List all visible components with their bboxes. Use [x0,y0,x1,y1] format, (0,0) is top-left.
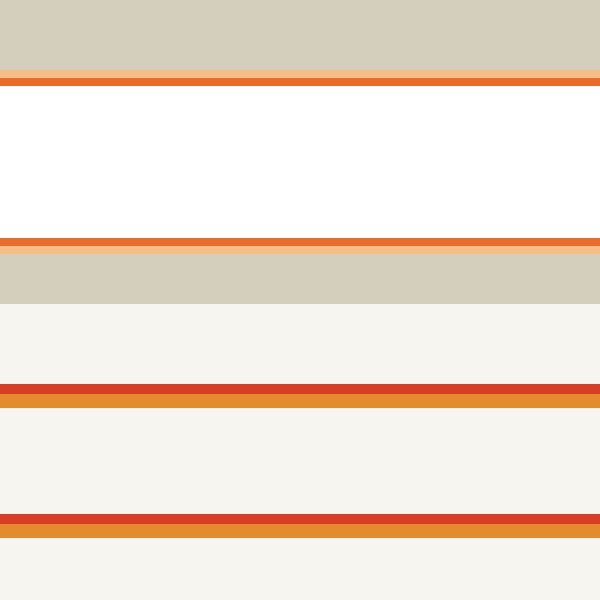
stripe-10 [0,408,600,514]
stripe-2 [0,78,600,86]
stripe-8 [0,384,600,394]
stripe-5 [0,246,600,254]
stripe-3 [0,86,600,238]
stripe-13 [0,538,600,600]
stripe-4 [0,238,600,246]
stripe-7 [0,304,600,384]
stripe-6 [0,254,600,304]
stripe-9 [0,394,600,408]
stripe-1 [0,70,600,78]
stripe-11 [0,514,600,524]
stripe-pattern-image [0,0,600,600]
stripe-0 [0,0,600,70]
stripe-12 [0,524,600,538]
